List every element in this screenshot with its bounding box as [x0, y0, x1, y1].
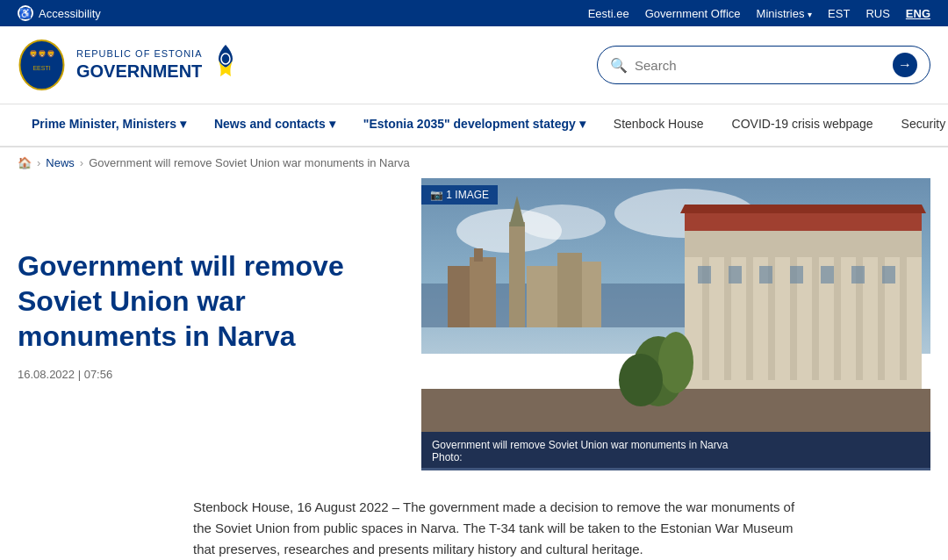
- ribbon-icon: [213, 43, 238, 87]
- accessibility-icon: ♿: [18, 5, 33, 21]
- svg-text:EESTI: EESTI: [32, 65, 50, 71]
- svg-rect-38: [882, 266, 895, 284]
- ministries-arrow-icon: ▾: [808, 10, 812, 19]
- svg-rect-13: [509, 222, 525, 327]
- svg-rect-22: [746, 257, 753, 380]
- search-area: 🔍 →: [597, 46, 930, 84]
- image-caption-line2: Photo:: [432, 451, 920, 463]
- svg-point-42: [619, 354, 663, 406]
- article-title: Government will remove Soviet Union war …: [18, 248, 404, 354]
- chevron-down-icon: ▾: [329, 117, 335, 131]
- svg-rect-16: [557, 253, 582, 327]
- image-caption-line1: Government will remove Soviet Union war …: [432, 439, 920, 451]
- search-box: 🔍 →: [597, 46, 930, 84]
- nav-estonia-2035[interactable]: "Estonia 2035" development stategy ▾: [349, 104, 600, 146]
- breadcrumb-current: Government will remove Soviet Union war …: [89, 156, 410, 169]
- svg-marker-31: [680, 205, 926, 213]
- svg-rect-12: [474, 248, 483, 262]
- svg-rect-35: [790, 266, 803, 284]
- nav-stenbock[interactable]: Stenbock House: [600, 104, 718, 146]
- coat-of-arms-icon: 🦁🦁🦁 EESTI: [18, 39, 66, 91]
- search-icon: 🔍: [610, 57, 628, 74]
- ministries-link[interactable]: Ministries ▾: [757, 7, 813, 20]
- top-bar: ♿ Accessibility Eesti.ee Government Offi…: [0, 0, 948, 26]
- svg-point-6: [518, 205, 606, 240]
- svg-point-41: [658, 332, 693, 393]
- logo-text: Republic of Estonia Government: [76, 47, 203, 83]
- breadcrumb: 🏠 › News › Government will remove Soviet…: [0, 147, 948, 178]
- article-date: 16.08.2022 | 07:56: [18, 368, 404, 381]
- image-caption: Government will remove Soviet Union war …: [421, 432, 930, 470]
- main-nav: Prime Minister, Ministers ▾ News and con…: [0, 104, 948, 147]
- government-office-link[interactable]: Government Office: [645, 7, 741, 20]
- svg-rect-29: [900, 257, 907, 380]
- svg-rect-26: [834, 257, 841, 380]
- breadcrumb-news[interactable]: News: [46, 156, 75, 169]
- chevron-down-icon: ▾: [180, 117, 186, 131]
- lang-est[interactable]: EST: [828, 7, 850, 20]
- lang-rus[interactable]: RUS: [865, 7, 889, 20]
- lang-eng[interactable]: ENG: [906, 7, 930, 20]
- article-image: [421, 178, 930, 468]
- svg-rect-15: [527, 266, 557, 327]
- image-badge: 📷 1 IMAGE: [421, 185, 498, 205]
- article-image-area: 📷 1 IMAGE: [421, 178, 948, 470]
- svg-rect-34: [759, 266, 772, 284]
- svg-rect-10: [448, 266, 470, 327]
- svg-rect-11: [470, 257, 496, 327]
- main-content: Government will remove Soviet Union war …: [0, 178, 948, 470]
- accessibility-label[interactable]: Accessibility: [39, 7, 101, 20]
- breadcrumb-sep2: ›: [80, 156, 83, 169]
- chevron-down-icon: ▾: [579, 117, 585, 131]
- nav-news-contacts[interactable]: News and contacts ▾: [200, 104, 349, 146]
- svg-rect-32: [698, 266, 711, 284]
- image-container[interactable]: 📷 1 IMAGE: [421, 178, 930, 470]
- nav-security[interactable]: Security Situation in Europe: [887, 104, 948, 146]
- svg-rect-37: [851, 266, 865, 284]
- article-left: Government will remove Soviet Union war …: [0, 178, 421, 470]
- logo-area[interactable]: 🦁🦁🦁 EESTI Republic of Estonia Government: [18, 39, 238, 91]
- svg-text:🦁🦁🦁: 🦁🦁🦁: [29, 49, 55, 58]
- article-text: Stenbock House, 16 August 2022 – The gov…: [193, 497, 808, 560]
- search-submit-button[interactable]: →: [893, 53, 917, 77]
- republic-label: Republic of Estonia: [76, 47, 203, 60]
- svg-rect-25: [812, 257, 819, 380]
- breadcrumb-sep: ›: [37, 156, 40, 169]
- government-label: Government: [76, 60, 203, 83]
- top-bar-right: Eesti.ee Government Office Ministries ▾ …: [588, 7, 930, 20]
- svg-rect-17: [582, 262, 601, 327]
- header: 🦁🦁🦁 EESTI Republic of Estonia Government…: [0, 26, 948, 104]
- article-body: Stenbock House, 16 August 2022 – The gov…: [0, 470, 948, 560]
- nav-covid[interactable]: COVID-19 crisis webpage: [718, 104, 887, 146]
- svg-rect-19: [685, 231, 922, 257]
- nav-prime-minister[interactable]: Prime Minister, Ministers ▾: [18, 104, 200, 146]
- search-input[interactable]: [635, 58, 886, 73]
- svg-rect-36: [821, 266, 834, 284]
- eesti-link[interactable]: Eesti.ee: [588, 7, 629, 20]
- home-icon[interactable]: 🏠: [18, 156, 32, 169]
- top-bar-left: ♿ Accessibility: [18, 5, 101, 21]
- svg-marker-30: [685, 213, 922, 231]
- svg-rect-33: [729, 266, 742, 284]
